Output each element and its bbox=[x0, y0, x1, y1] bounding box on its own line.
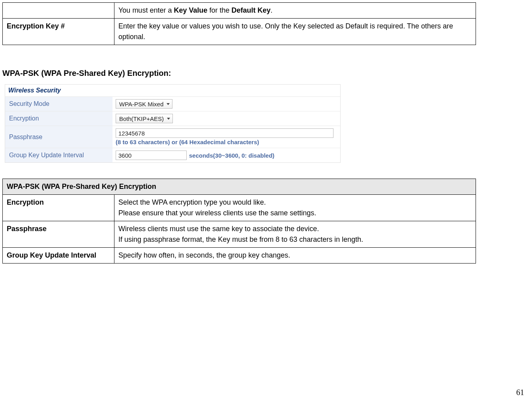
text-bold: Key Value bbox=[174, 6, 207, 14]
cell-label-group-key: Group Key Update Interval bbox=[3, 248, 114, 264]
label-encryption: Encryption bbox=[5, 111, 112, 126]
cell-desc-group-key: Specify how often, in seconds, the group… bbox=[114, 248, 476, 264]
row-encryption: Encryption Both(TKIP+AES) bbox=[5, 111, 340, 126]
dropdown-value: Both(TKIP+AES) bbox=[119, 115, 164, 122]
group-key-hint: seconds(30~3600, 0: disabled) bbox=[189, 152, 274, 159]
dropdown-value: WPA-PSK Mixed bbox=[119, 101, 163, 107]
table-row: Group Key Update Interval Specify how of… bbox=[3, 248, 476, 264]
text-bold: Default Key bbox=[232, 6, 271, 14]
passphrase-input[interactable] bbox=[116, 128, 333, 138]
row-passphrase: Passphrase (8 to 63 characters) or (64 H… bbox=[5, 126, 340, 148]
chevron-down-icon bbox=[167, 118, 170, 120]
text-line: Please ensure that your wireless clients… bbox=[118, 209, 316, 217]
table-row: Encryption Key # Enter the key value or … bbox=[3, 19, 476, 45]
panel-title: Wireless Security bbox=[5, 85, 340, 96]
row-group-key: Group Key Update Interval seconds(30~360… bbox=[5, 148, 340, 162]
cell-desc-default-key: You must enter a Key Value for the Defau… bbox=[114, 3, 476, 19]
cell-desc-encryption-key: Enter the key value or values you wish t… bbox=[114, 19, 476, 45]
text: You must enter a bbox=[118, 6, 174, 14]
passphrase-hint: (8 to 63 characters) or (64 Hexadecimal … bbox=[116, 138, 337, 145]
row-security-mode: Security Mode WPA-PSK Mixed bbox=[5, 96, 340, 111]
wireless-security-panel: Wireless Security Security Mode WPA-PSK … bbox=[5, 84, 341, 163]
table-header-cell: WPA-PSK (WPA Pre-Shared Key) Encryption bbox=[3, 179, 476, 195]
security-mode-dropdown[interactable]: WPA-PSK Mixed bbox=[116, 99, 172, 109]
cell-label-passphrase: Passphrase bbox=[3, 221, 114, 248]
table-row: Passphrase Wireless clients must use the… bbox=[3, 221, 476, 248]
section-heading-wpa-psk: WPA-PSK (WPA Pre-Shared Key) Encryption: bbox=[2, 69, 508, 78]
table-key-info: You must enter a Key Value for the Defau… bbox=[2, 2, 476, 45]
text: for the bbox=[208, 6, 232, 14]
text-line: Wireless clients must use the same key t… bbox=[118, 225, 319, 233]
table-wpa-psk-details: WPA-PSK (WPA Pre-Shared Key) Encryption … bbox=[2, 179, 476, 264]
table-row: Encryption Select the WPA encryption typ… bbox=[3, 195, 476, 221]
table-header: WPA-PSK (WPA Pre-Shared Key) Encryption bbox=[3, 179, 476, 195]
encryption-dropdown[interactable]: Both(TKIP+AES) bbox=[116, 114, 173, 123]
page-number: 61 bbox=[516, 388, 524, 397]
label-passphrase: Passphrase bbox=[5, 126, 112, 148]
chevron-down-icon bbox=[167, 103, 170, 105]
label-group-key: Group Key Update Interval bbox=[5, 148, 112, 162]
group-key-interval-input[interactable] bbox=[116, 151, 187, 160]
table-row: You must enter a Key Value for the Defau… bbox=[3, 3, 476, 19]
text-line: If using passphrase format, the Key must… bbox=[118, 235, 363, 243]
text-line: Select the WPA encryption type you would… bbox=[118, 198, 266, 206]
cell-desc-passphrase: Wireless clients must use the same key t… bbox=[114, 221, 476, 248]
cell-label-encryption-key: Encryption Key # bbox=[3, 19, 114, 45]
cell-label-empty bbox=[3, 3, 114, 19]
text: . bbox=[271, 6, 273, 14]
cell-desc-encryption: Select the WPA encryption type you would… bbox=[114, 195, 476, 221]
cell-label-encryption: Encryption bbox=[3, 195, 114, 221]
label-security-mode: Security Mode bbox=[5, 97, 112, 111]
